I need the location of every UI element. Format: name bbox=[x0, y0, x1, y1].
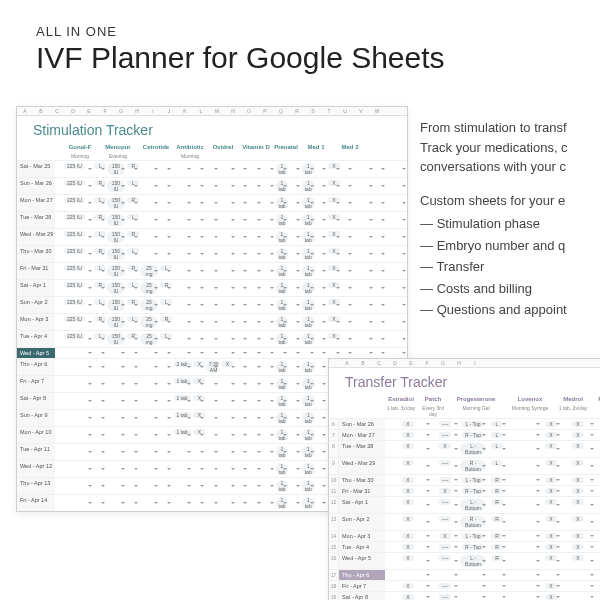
data-cell[interactable]: 1 tab bbox=[301, 229, 315, 245]
data-cell[interactable] bbox=[126, 427, 138, 443]
data-cell[interactable] bbox=[386, 195, 407, 211]
data-cell[interactable] bbox=[159, 461, 171, 477]
data-cell[interactable] bbox=[248, 246, 262, 262]
data-cell[interactable]: X bbox=[327, 212, 341, 228]
data-cell[interactable]: 1 tab bbox=[275, 461, 289, 477]
data-cell[interactable] bbox=[205, 297, 219, 313]
data-cell[interactable] bbox=[192, 495, 204, 511]
data-cell[interactable] bbox=[288, 195, 300, 211]
data-cell[interactable] bbox=[595, 531, 600, 541]
data-cell[interactable]: X bbox=[192, 393, 204, 409]
data-cell[interactable] bbox=[126, 410, 138, 426]
data-cell[interactable] bbox=[219, 229, 236, 245]
data-cell[interactable]: R - Top bbox=[459, 486, 487, 496]
data-cell[interactable] bbox=[192, 161, 204, 177]
data-cell[interactable]: 225 IU bbox=[55, 246, 93, 262]
data-cell[interactable]: 25 mg bbox=[139, 331, 160, 347]
data-cell[interactable] bbox=[595, 419, 600, 429]
data-cell[interactable]: R bbox=[93, 246, 105, 262]
data-cell[interactable]: X bbox=[327, 246, 341, 262]
data-cell[interactable]: X bbox=[385, 592, 431, 600]
data-cell[interactable] bbox=[219, 348, 236, 358]
data-cell[interactable] bbox=[507, 475, 541, 485]
data-cell[interactable] bbox=[341, 229, 353, 245]
data-cell[interactable]: R bbox=[487, 542, 507, 552]
data-cell[interactable] bbox=[205, 280, 219, 296]
data-cell[interactable]: 1 tab bbox=[275, 280, 289, 296]
data-cell[interactable]: L bbox=[126, 280, 138, 296]
data-cell[interactable] bbox=[236, 314, 248, 330]
data-cell[interactable]: R bbox=[93, 314, 105, 330]
data-cell[interactable] bbox=[262, 348, 274, 358]
data-cell[interactable] bbox=[507, 441, 541, 457]
data-cell[interactable]: X bbox=[327, 161, 341, 177]
data-cell[interactable] bbox=[431, 570, 459, 580]
data-cell[interactable]: X bbox=[385, 441, 431, 457]
data-cell[interactable] bbox=[159, 393, 171, 409]
data-cell[interactable]: 1 tab bbox=[301, 297, 315, 313]
data-cell[interactable] bbox=[374, 263, 386, 279]
data-cell[interactable] bbox=[248, 359, 262, 375]
data-cell[interactable]: R - Bottom bbox=[459, 514, 487, 530]
data-cell[interactable]: X bbox=[327, 263, 341, 279]
data-cell[interactable]: L bbox=[93, 229, 105, 245]
data-cell[interactable]: 1 tab bbox=[301, 359, 315, 375]
data-cell[interactable] bbox=[172, 246, 193, 262]
data-cell[interactable]: L - Bottom bbox=[459, 553, 487, 569]
data-cell[interactable]: 1 tab bbox=[301, 263, 315, 279]
data-cell[interactable] bbox=[192, 331, 204, 347]
data-cell[interactable] bbox=[55, 359, 93, 375]
data-cell[interactable]: 150 IU bbox=[106, 280, 127, 296]
data-cell[interactable]: R bbox=[487, 531, 507, 541]
data-cell[interactable] bbox=[459, 570, 487, 580]
data-cell[interactable] bbox=[172, 280, 193, 296]
data-cell[interactable] bbox=[236, 229, 248, 245]
data-cell[interactable]: 1 tab bbox=[172, 427, 193, 443]
data-cell[interactable]: X bbox=[541, 592, 561, 600]
data-cell[interactable] bbox=[353, 195, 374, 211]
data-cell[interactable]: 1 tab bbox=[275, 161, 289, 177]
data-cell[interactable] bbox=[236, 178, 248, 194]
data-cell[interactable]: X bbox=[541, 475, 561, 485]
data-cell[interactable] bbox=[262, 393, 274, 409]
data-cell[interactable] bbox=[315, 280, 327, 296]
data-cell[interactable]: ---- bbox=[431, 592, 459, 600]
data-cell[interactable] bbox=[205, 427, 219, 443]
data-cell[interactable]: 1 tab bbox=[275, 359, 289, 375]
data-cell[interactable] bbox=[288, 348, 300, 358]
data-cell[interactable]: 1 tab bbox=[275, 393, 289, 409]
data-cell[interactable] bbox=[172, 161, 193, 177]
data-cell[interactable] bbox=[55, 495, 93, 511]
data-cell[interactable] bbox=[248, 393, 262, 409]
data-cell[interactable]: 1 tab bbox=[275, 444, 289, 460]
data-cell[interactable] bbox=[172, 348, 193, 358]
data-cell[interactable]: 1 tab bbox=[275, 478, 289, 494]
data-cell[interactable]: R bbox=[126, 195, 138, 211]
data-cell[interactable]: X bbox=[541, 531, 561, 541]
data-cell[interactable] bbox=[353, 212, 374, 228]
data-cell[interactable] bbox=[288, 393, 300, 409]
data-cell[interactable] bbox=[288, 229, 300, 245]
data-cell[interactable] bbox=[159, 195, 171, 211]
data-cell[interactable] bbox=[205, 195, 219, 211]
data-cell[interactable] bbox=[236, 195, 248, 211]
data-cell[interactable] bbox=[288, 263, 300, 279]
data-cell[interactable] bbox=[507, 592, 541, 600]
data-cell[interactable] bbox=[315, 331, 327, 347]
data-cell[interactable]: 1 tab bbox=[275, 246, 289, 262]
data-cell[interactable] bbox=[139, 178, 160, 194]
data-cell[interactable] bbox=[126, 478, 138, 494]
data-cell[interactable]: 150 IU bbox=[106, 195, 127, 211]
data-cell[interactable] bbox=[507, 514, 541, 530]
data-cell[interactable] bbox=[159, 427, 171, 443]
data-cell[interactable] bbox=[219, 393, 236, 409]
data-cell[interactable]: ---- bbox=[431, 430, 459, 440]
data-cell[interactable]: 225 IU bbox=[55, 263, 93, 279]
data-cell[interactable] bbox=[315, 393, 327, 409]
data-cell[interactable]: L - Bottom bbox=[459, 441, 487, 457]
data-cell[interactable]: L - Top bbox=[459, 531, 487, 541]
data-cell[interactable] bbox=[248, 297, 262, 313]
data-cell[interactable]: X bbox=[327, 331, 341, 347]
data-cell[interactable] bbox=[219, 212, 236, 228]
data-cell[interactable] bbox=[219, 444, 236, 460]
